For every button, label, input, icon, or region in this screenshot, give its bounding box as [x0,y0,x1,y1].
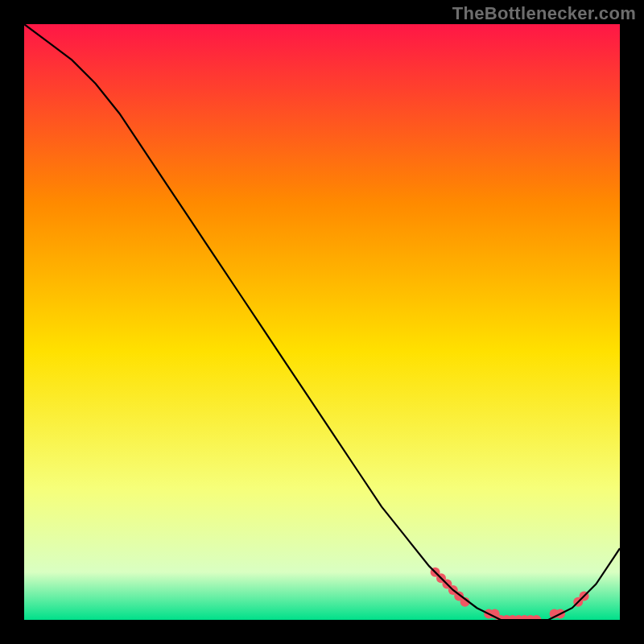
chart-svg [24,24,620,620]
watermark: TheBottlenecker.com [452,3,636,24]
chart-container: TheBottlenecker.com [0,0,644,644]
gradient-background [24,24,620,620]
plot-area [24,24,620,620]
